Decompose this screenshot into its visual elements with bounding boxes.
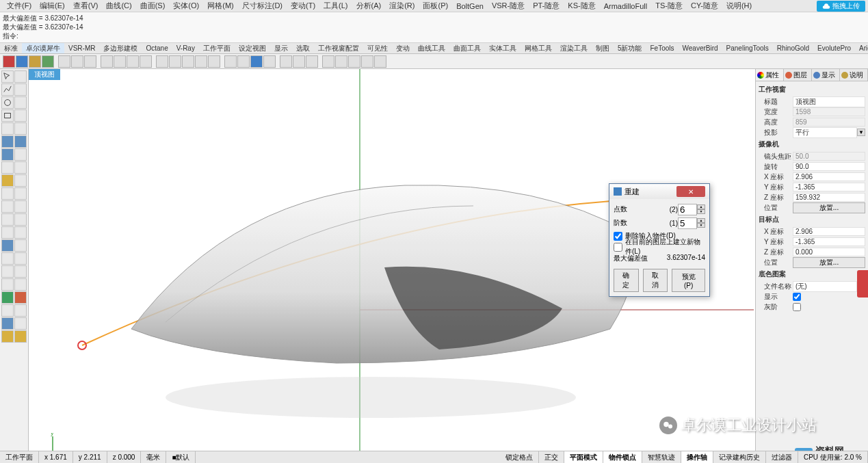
- prop-projection-value[interactable]: 平行: [793, 127, 857, 138]
- tab-display[interactable]: 显示: [270, 43, 292, 54]
- status-gridsnap[interactable]: 锁定格点: [500, 451, 539, 463]
- toolbar-icon[interactable]: [3, 55, 15, 68]
- ok-button[interactable]: 确定: [614, 269, 639, 292]
- toolbar-icon[interactable]: [29, 55, 41, 68]
- tool-icon[interactable]: [14, 317, 27, 330]
- transform-icon[interactable]: [1, 174, 14, 187]
- tab-setview[interactable]: 设定视图: [235, 43, 270, 54]
- status-filter[interactable]: 过滤器: [766, 451, 798, 463]
- degree-input[interactable]: [678, 217, 697, 229]
- tab-panelingtools[interactable]: PanelingTools: [722, 44, 773, 53]
- menu-file[interactable]: 文件(F): [3, 1, 36, 11]
- tab-select[interactable]: 选取: [292, 43, 314, 54]
- tool-icon[interactable]: [1, 278, 14, 291]
- tab-rhinogold[interactable]: RhinoGold: [773, 44, 813, 53]
- tool-icon[interactable]: [1, 291, 14, 304]
- move-icon[interactable]: [1, 304, 14, 317]
- spin-down[interactable]: ▼: [697, 209, 705, 214]
- toolbar-icon[interactable]: [101, 55, 113, 68]
- points-input[interactable]: [678, 204, 697, 215]
- tab-cplane[interactable]: 工作平面: [199, 43, 235, 54]
- edit-icon[interactable]: [1, 161, 14, 174]
- polygon-icon[interactable]: [14, 109, 27, 122]
- menu-edit[interactable]: 编辑(E): [36, 1, 69, 11]
- gray-checkbox[interactable]: [793, 303, 801, 311]
- tool-icon[interactable]: [1, 330, 14, 343]
- tool-icon[interactable]: [14, 161, 27, 174]
- tool-icon[interactable]: [14, 278, 27, 291]
- prop-camx-value[interactable]: 2.906: [793, 172, 865, 181]
- place-target-button[interactable]: 放置...: [793, 257, 865, 268]
- close-button[interactable]: ✕: [676, 186, 705, 197]
- tab-new5[interactable]: 5新功能: [614, 43, 646, 54]
- tool-icon[interactable]: [1, 252, 14, 265]
- toolbar-icon[interactable]: [71, 55, 83, 68]
- menu-cy[interactable]: CY-随意: [687, 1, 722, 11]
- lasso-icon[interactable]: [14, 70, 27, 83]
- toolbar-icon[interactable]: [58, 55, 70, 68]
- toolbar-icon[interactable]: [280, 55, 292, 68]
- tab-drafting[interactable]: 制图: [592, 43, 614, 54]
- status-history[interactable]: 记录建构历史: [713, 451, 766, 463]
- place-camera-button[interactable]: 放置...: [793, 202, 865, 213]
- toolbar-icon[interactable]: [42, 55, 54, 68]
- tab-viewport-config[interactable]: 工作视窗配置: [314, 43, 363, 54]
- menu-curve[interactable]: 曲线(C): [102, 1, 135, 11]
- tab-fetools[interactable]: FeTools: [646, 44, 679, 53]
- toolbar-icon[interactable]: [224, 55, 237, 68]
- status-planar[interactable]: 平面模式: [564, 451, 603, 463]
- tool-icon[interactable]: [1, 200, 14, 213]
- menu-transform[interactable]: 变动(T): [287, 1, 319, 11]
- tab-properties[interactable]: 属性: [756, 69, 784, 81]
- prop-tgty-value[interactable]: -1.365: [793, 237, 865, 246]
- spin-down[interactable]: ▼: [697, 223, 705, 228]
- toolbar-icon[interactable]: [374, 55, 386, 68]
- toolbar-icon[interactable]: [322, 55, 334, 68]
- tab-layers[interactable]: 图层: [784, 69, 812, 81]
- status-gumball[interactable]: 操作轴: [681, 451, 713, 463]
- tab-octane[interactable]: Octane: [142, 44, 172, 53]
- toolbar-icon[interactable]: [195, 55, 207, 68]
- toolbar-icon[interactable]: [156, 55, 168, 68]
- tab-mesh-tools[interactable]: 网格工具: [521, 43, 556, 54]
- menu-mesh[interactable]: 网格(M): [203, 1, 238, 11]
- menu-view[interactable]: 查看(V): [69, 1, 103, 11]
- tool-icon[interactable]: [14, 187, 27, 200]
- tab-display[interactable]: 显示: [812, 69, 840, 81]
- prop-filename-value[interactable]: (无): [793, 281, 857, 292]
- menu-help[interactable]: 说明(H): [722, 1, 756, 11]
- spin-up[interactable]: ▲: [697, 218, 705, 223]
- tool-icon[interactable]: [14, 330, 27, 343]
- menu-render[interactable]: 渲染(R): [385, 1, 419, 11]
- menu-armadillo[interactable]: ArmadilloFull: [600, 2, 652, 10]
- mesh-icon[interactable]: [14, 148, 27, 161]
- toolbar-icon[interactable]: [140, 55, 152, 68]
- preview-button[interactable]: 预览(P): [672, 269, 705, 292]
- prop-camy-value[interactable]: -1.365: [793, 183, 865, 191]
- toolbar-icon[interactable]: [306, 55, 318, 68]
- tab-vsr-mr[interactable]: VSR-MR: [64, 44, 99, 53]
- menu-boltgen[interactable]: BoltGen: [452, 2, 488, 10]
- tab-transform[interactable]: 变动: [392, 43, 414, 54]
- dialog-titlebar[interactable]: 重建 ✕: [609, 184, 709, 199]
- spin-up[interactable]: ▲: [697, 204, 705, 209]
- menu-solid[interactable]: 实体(O): [169, 1, 203, 11]
- upload-button[interactable]: 拖拽上传: [817, 1, 865, 12]
- tab-surface-tools[interactable]: 曲面工具: [449, 43, 485, 54]
- menu-panels[interactable]: 面板(P): [419, 1, 452, 11]
- tab-visibility[interactable]: 可见性: [363, 43, 392, 54]
- pointer-icon[interactable]: [1, 70, 14, 83]
- menu-dimension[interactable]: 尺寸标注(D): [238, 1, 287, 11]
- toolbar-icon[interactable]: [127, 55, 139, 68]
- toolbar-icon[interactable]: [182, 55, 194, 68]
- tab-vray[interactable]: V-Ray: [172, 44, 199, 53]
- tool-icon[interactable]: [14, 226, 27, 239]
- tool-icon[interactable]: [1, 317, 14, 330]
- tool-icon[interactable]: [14, 252, 27, 265]
- toolbar-icon[interactable]: [250, 55, 263, 68]
- dropdown-icon[interactable]: ▼: [857, 129, 865, 136]
- prop-title-value[interactable]: 顶视图: [793, 96, 865, 107]
- tool-icon[interactable]: [1, 265, 14, 278]
- show-checkbox[interactable]: [793, 293, 801, 301]
- tool-icon[interactable]: [1, 239, 14, 252]
